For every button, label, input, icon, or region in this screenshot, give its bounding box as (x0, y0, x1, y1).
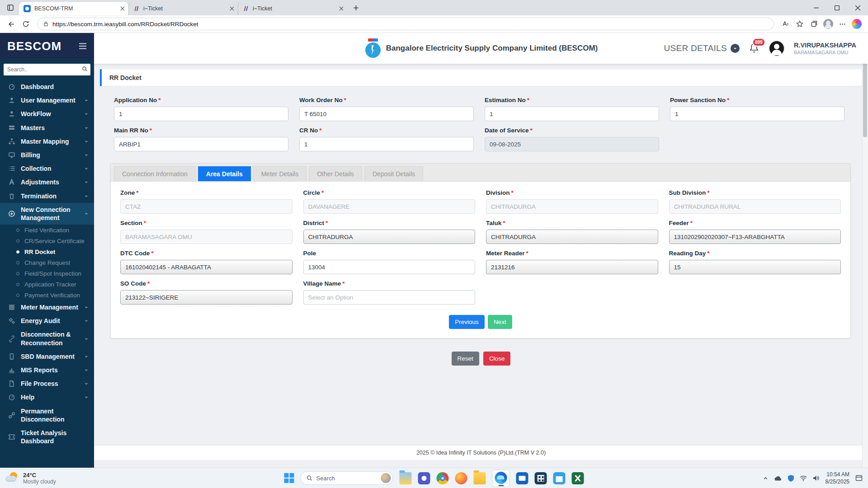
new-tab-button[interactable] (350, 2, 362, 14)
power-sanction-no-input[interactable] (670, 107, 844, 121)
back-icon[interactable] (5, 17, 18, 31)
excel-icon[interactable] (572, 472, 584, 484)
copilot-icon[interactable] (852, 19, 862, 29)
tab-actions-icon[interactable] (4, 2, 17, 14)
reset-button[interactable]: Reset (452, 352, 479, 366)
taskbar-clock[interactable]: 10:54 AM 8/25/2025 (826, 471, 849, 485)
sidebar-item-dashboard[interactable]: Dashboard (0, 80, 94, 94)
field-so-code: SO Code* (120, 280, 292, 305)
sidebar-item-collection[interactable]: Collection (0, 162, 94, 175)
edge-active-app[interactable] (492, 469, 510, 487)
sidebar-subitem-field-verification[interactable]: Field Verification (0, 225, 94, 235)
sidebar-subitem-application-tracker[interactable]: Application Tracker (0, 279, 94, 290)
firefox-icon[interactable] (455, 472, 467, 484)
estimation-no-input[interactable] (485, 107, 659, 121)
sidebar-item-new-connection-management[interactable]: New Connection Management (0, 203, 94, 225)
user-details-dropdown[interactable]: USER DETAILS (664, 43, 740, 53)
work-order-no-input[interactable] (299, 107, 474, 121)
store-icon[interactable] (553, 472, 566, 484)
search-icon[interactable] (82, 66, 88, 72)
sidebar-item-ticket-analysis-dashboard[interactable]: Ticket Analysis Dashboard (0, 426, 94, 448)
page-title: RR Docket (102, 74, 142, 81)
windows-taskbar: 24°C Mostly cloudy Search 10:54 AM 8/25/… (0, 468, 868, 488)
folder-icon[interactable] (474, 472, 486, 484)
tab-close-icon[interactable] (339, 6, 344, 11)
sidebar-item-file-process[interactable]: File Process (0, 377, 94, 390)
sidebar-item-termination[interactable]: Termination (0, 189, 94, 203)
district-select[interactable] (303, 230, 476, 244)
blue-app-icon[interactable] (516, 472, 528, 484)
sidebar-item-help[interactable]: Help (0, 390, 94, 404)
tab-other-details[interactable]: Other Details (309, 166, 362, 181)
volume-icon[interactable] (813, 475, 820, 481)
tab-deposit-details[interactable]: Deposit Details (364, 166, 423, 181)
reading-day-select[interactable] (669, 260, 841, 274)
sidebar-item-sbd-management[interactable]: SBD Management (0, 350, 94, 363)
tab-close-icon[interactable] (120, 6, 125, 11)
sidebar-item-permanent-disconnection[interactable]: Permanent Disconnection (0, 404, 94, 426)
notification-center-icon[interactable] (855, 474, 863, 482)
sidebar-item-energy-audit[interactable]: Energy Audit (0, 314, 94, 328)
dtc-code-select[interactable] (120, 260, 292, 274)
cr-no-input[interactable] (299, 137, 474, 151)
sidebar-subitem-cr-service-certificate[interactable]: CR/Service Certificate (0, 235, 94, 246)
sidebar-subitem-payment-verification[interactable]: Payment Verification (0, 290, 94, 300)
start-button[interactable] (284, 473, 294, 483)
window-maximize-button[interactable] (826, 0, 847, 15)
sidebar-item-masters[interactable]: Masters (0, 121, 94, 135)
window-close-button[interactable] (847, 0, 868, 15)
taluk-select[interactable] (486, 230, 658, 244)
page-scrollbar[interactable] (862, 33, 868, 468)
taskbar-search[interactable]: Search (301, 471, 393, 485)
file-explorer-icon[interactable] (400, 472, 412, 484)
browser-profile-icon[interactable] (823, 19, 833, 29)
user-avatar[interactable] (769, 40, 785, 56)
application-no-input[interactable] (114, 107, 288, 121)
sidebar-item-meter-management[interactable]: Meter Management (0, 300, 94, 314)
previous-button[interactable]: Previous (449, 315, 485, 329)
chrome-icon[interactable] (437, 472, 449, 484)
wifi-icon[interactable] (800, 475, 807, 481)
sidebar-subitem-change-request[interactable]: Change Request (0, 257, 94, 268)
weather-widget[interactable]: 24°C Mostly cloudy (5, 472, 56, 485)
meter-reader-select[interactable] (486, 260, 658, 274)
sidebar-item-disconnection-reconnection[interactable]: Disconnection & Reconnection (0, 328, 94, 349)
feeder-select[interactable] (669, 230, 841, 244)
tab-close-icon[interactable] (230, 6, 234, 11)
sidebar-item-master-mapping[interactable]: Master Mapping (0, 135, 94, 148)
teams-icon[interactable] (418, 472, 430, 484)
so-code-select[interactable] (120, 290, 292, 305)
sidebar-item-billing[interactable]: Billing (0, 148, 94, 162)
pole-input[interactable] (303, 260, 476, 274)
sidebar-item-mis-reports[interactable]: MIS Reports (0, 363, 94, 377)
read-aloud-icon[interactable] (778, 17, 792, 31)
browser-tab-iticket-2[interactable]: i~Ticket (238, 2, 347, 15)
browser-tab-bescom[interactable]: BESCOM-TRM (19, 2, 128, 15)
tab-connection-information[interactable]: Connection Information (114, 166, 196, 181)
favorites-star-icon[interactable] (793, 17, 807, 31)
shield-icon[interactable] (788, 475, 794, 482)
next-button[interactable]: Next (488, 315, 512, 329)
sidebar-item-adjustments[interactable]: Adjustments (0, 175, 94, 189)
sidebar-subitem-rr-docket[interactable]: RR Docket (0, 246, 94, 257)
onedrive-cloud-icon[interactable] (774, 475, 782, 481)
tab-area-details[interactable]: Area Details (198, 166, 251, 181)
address-bar[interactable]: https://bescom.trm.ieasybill.com/RRDocke… (37, 18, 774, 30)
sidebar-item-user-management[interactable]: User Management (0, 94, 94, 107)
collections-icon[interactable] (807, 17, 821, 31)
browser-tab-iticket-1[interactable]: i~Ticket (128, 2, 238, 15)
sidebar-item-workflow[interactable]: WorkFlow (0, 107, 94, 121)
notifications-bell-icon[interactable]: 899 (749, 42, 760, 54)
main-rr-no-input[interactable] (114, 137, 288, 151)
village-name-select[interactable] (303, 290, 476, 305)
calculator-icon[interactable] (535, 472, 547, 484)
tray-chevron-up-icon[interactable] (763, 475, 769, 481)
settings-ellipsis-icon[interactable] (835, 17, 849, 31)
refresh-icon[interactable] (19, 17, 33, 31)
sidebar-search-input[interactable] (4, 64, 90, 75)
sidebar-subitem-field-spot-inspection[interactable]: Field/Spot Inspection (0, 268, 94, 279)
tab-meter-details[interactable]: Meter Details (253, 166, 307, 181)
hamburger-menu-icon[interactable] (79, 43, 87, 49)
close-button[interactable]: Close (483, 352, 511, 366)
window-minimize-button[interactable] (806, 0, 826, 15)
